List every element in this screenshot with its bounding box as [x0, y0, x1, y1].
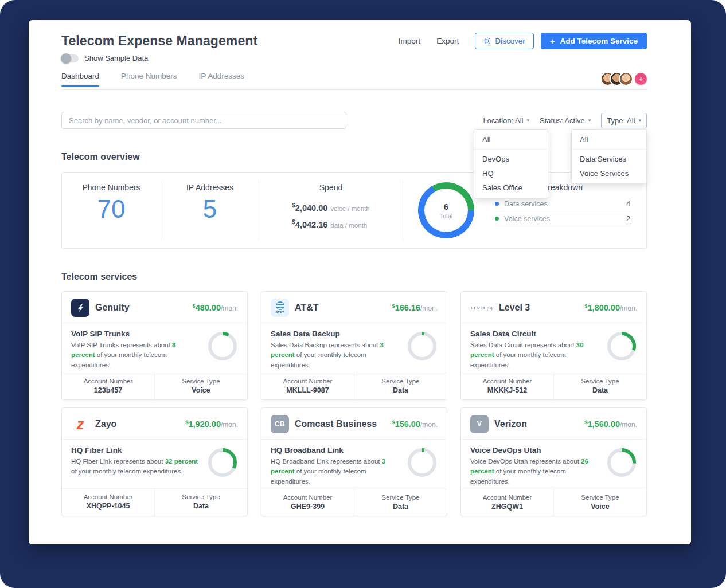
price-value: 480.00	[196, 303, 221, 312]
spend-voice-amount: 2,040.00	[295, 203, 327, 213]
menu-item-hq[interactable]: HQ	[474, 166, 548, 181]
menu-item-all[interactable]: All	[572, 132, 646, 147]
filter-location[interactable]: Location: All ▾	[483, 116, 529, 125]
service-type-value: Voice	[556, 503, 644, 511]
data-services-dot-icon	[495, 202, 499, 206]
account-number-label: Account Number	[463, 494, 551, 501]
donut-total-value: 6	[444, 202, 448, 211]
spend-data: $4,042.16data / month	[292, 215, 369, 232]
search-input[interactable]	[61, 112, 346, 129]
desc-text: HQ Broadband Link represents about	[271, 458, 382, 465]
service-description: Voice DevOps Utah represents about 26 pe…	[470, 457, 599, 487]
avatar-group: +	[600, 72, 647, 89]
vendor-name: Comcast Business	[295, 419, 386, 429]
service-description: HQ Fiber Link represents about 32 percen…	[71, 457, 200, 477]
usage-donut-chart	[606, 447, 637, 487]
tab-ip-addresses[interactable]: IP Addresses	[199, 72, 244, 87]
genuity-logo-icon	[71, 299, 89, 317]
price-period: /mon.	[221, 421, 238, 429]
service-type-value: Data	[556, 386, 644, 394]
monthly-price: $166.16/mon.	[392, 303, 438, 313]
filter-location-label: Location: All	[483, 116, 523, 125]
breakdown-count: 2	[626, 215, 630, 223]
import-button[interactable]: Import	[399, 37, 420, 45]
spend-voice-unit: voice / month	[330, 205, 369, 212]
monthly-price: $480.00/mon.	[192, 303, 238, 313]
menu-item-sales-office[interactable]: Sales Office	[474, 181, 548, 195]
menu-item-voice-services[interactable]: Voice Services	[572, 166, 646, 181]
ip-addresses-value: 5	[161, 195, 259, 223]
price-period: /mon.	[221, 304, 238, 312]
page-title: Telecom Expense Management	[61, 33, 257, 49]
service-type-value: Data	[157, 502, 245, 510]
monthly-price: $1,920.00/mon.	[185, 419, 238, 429]
price-period: /mon.	[420, 304, 438, 312]
service-type-value: Data	[357, 503, 444, 511]
donut-total-label: Total	[440, 213, 452, 219]
filter-type[interactable]: Type: All ▾	[601, 113, 647, 128]
discover-label: Discover	[495, 37, 525, 45]
vendor-name: Zayo	[95, 419, 179, 429]
phone-numbers-label: Phone Numbers	[62, 183, 161, 192]
show-sample-data-toggle[interactable]	[61, 54, 79, 62]
show-sample-data-label: Show Sample Data	[84, 54, 148, 62]
service-card-level3: LEVEL(3) Level 3 $1,800.00/mon. Sales Da…	[460, 291, 647, 400]
spend-data-amount: 4,042.16	[295, 220, 327, 229]
filter-status[interactable]: Status: Active ▾	[540, 116, 591, 125]
comcast-logo-text: CB	[275, 420, 285, 428]
service-card-comcast: CB Comcast Business $156.00/mon. HQ Broa…	[261, 407, 447, 516]
discover-button[interactable]: Discover	[475, 33, 534, 49]
desc-text: VoIP SIP Trunks represents about	[71, 342, 172, 348]
sample-data-row: Show Sample Data	[61, 54, 647, 62]
usage-donut-chart	[407, 447, 438, 487]
att-logo-text: AT&T	[275, 311, 284, 314]
verizon-logo-icon: V	[470, 415, 489, 433]
tab-dashboard[interactable]: Dashboard	[61, 72, 99, 87]
chevron-down-icon: ▾	[527, 117, 530, 123]
service-title: Sales Data Circuit	[470, 330, 599, 338]
menu-divider	[474, 149, 548, 150]
chevron-down-icon: ▾	[588, 117, 591, 123]
service-type-label: Service Type	[357, 494, 444, 501]
phone-numbers-value: 70	[62, 195, 161, 223]
telecom-overview-card: Phone Numbers 70 IP Addresses 5 Spend $2…	[61, 172, 647, 249]
filter-type-label: Type: All	[607, 116, 635, 125]
usage-donut-chart	[207, 331, 238, 370]
add-telecom-service-button[interactable]: + Add Telecom Service	[541, 33, 647, 49]
menu-item-all[interactable]: All	[474, 132, 548, 147]
vendor-name: AT&T	[295, 303, 386, 313]
service-description: VoIP SIP Trunks represents about 8 perce…	[71, 340, 200, 370]
level3-logo-icon: LEVEL(3)	[470, 299, 493, 317]
spend-voice: $2,040.00voice / month	[292, 199, 369, 215]
menu-item-devops[interactable]: DevOps	[474, 152, 548, 166]
overview-section-title: Telecom overview	[61, 152, 647, 162]
voice-services-dot-icon	[495, 217, 499, 221]
avatar[interactable]	[619, 72, 633, 86]
type-filter-menu: All Data Services Voice Services	[571, 129, 647, 184]
discover-icon	[483, 37, 491, 45]
menu-item-data-services[interactable]: Data Services	[572, 152, 646, 166]
toolbar: Location: All ▾ Status: Active ▾ Type: A…	[61, 112, 647, 129]
verizon-logo-text: V	[477, 420, 482, 428]
desc-percent: 32 percent	[165, 458, 198, 465]
price-period: /mon.	[620, 304, 637, 312]
account-number-value: MKLLL-9087	[264, 386, 352, 394]
plus-icon: +	[550, 37, 555, 45]
service-title: HQ Broadband Link	[271, 446, 400, 454]
filter-status-label: Status: Active	[540, 116, 585, 125]
spend-data-unit: data / month	[330, 222, 367, 229]
price-period: /mon.	[620, 421, 637, 429]
account-number-label: Account Number	[64, 493, 152, 500]
add-user-button[interactable]: +	[635, 73, 647, 85]
overview-donut-chart: 6 Total	[418, 182, 474, 238]
services-grid: Genuity $480.00/mon. VoIP SIP Trunks VoI…	[61, 291, 647, 516]
account-number-label: Account Number	[264, 378, 352, 385]
chevron-down-icon: ▾	[638, 117, 641, 123]
service-description: Sales Data Circuit represents about 30 p…	[470, 340, 599, 370]
monthly-price: $1,800.00/mon.	[584, 303, 637, 313]
export-button[interactable]: Export	[436, 37, 459, 45]
zayo-logo-text: z	[77, 417, 84, 432]
account-number-value: MKKKJ-512	[463, 386, 551, 394]
tab-phone-numbers[interactable]: Phone Numbers	[121, 72, 177, 87]
location-filter-menu: All DevOps HQ Sales Office	[474, 129, 548, 198]
